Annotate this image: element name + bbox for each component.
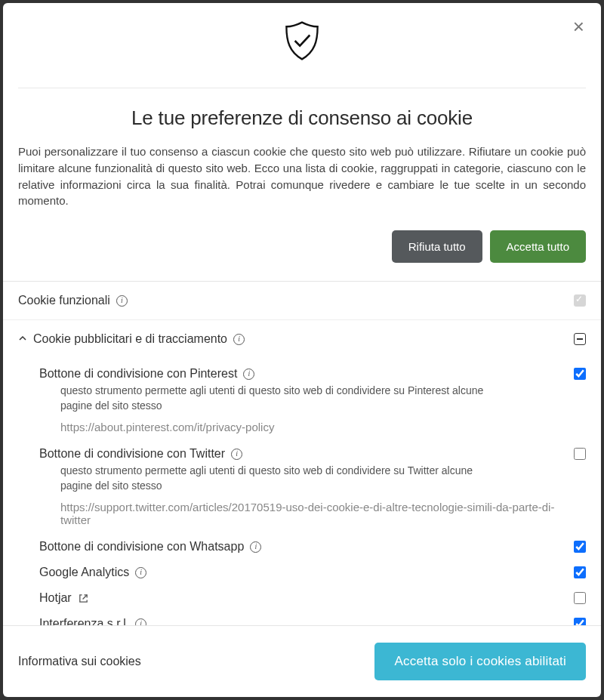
info-icon[interactable]: i — [243, 369, 254, 380]
cookie-item-pinterest: Bottone di condivisione con Pinterest i … — [3, 361, 601, 441]
cookie-item-hotjar: Hotjar — [3, 585, 601, 611]
cookie-consent-modal: × Le tue preferenze di consenso ai cooki… — [3, 3, 601, 697]
info-icon[interactable]: i — [135, 618, 146, 625]
cookie-checkbox[interactable] — [574, 448, 586, 460]
cookie-checkbox[interactable] — [574, 618, 586, 625]
cookie-description: questo strumento permette agli utenti di… — [39, 461, 586, 496]
modal-title: Le tue preferenze di consenso ai cookie — [18, 106, 586, 130]
info-icon[interactable]: i — [231, 449, 242, 460]
cookie-name: Bottone di condivisione con Whatsapp — [39, 540, 244, 554]
intro-text: Puoi personalizzare il tuo consenso a ci… — [3, 143, 601, 209]
cookie-checkbox[interactable] — [574, 592, 586, 604]
external-link-icon[interactable] — [78, 593, 89, 604]
cookie-name: Bottone di condivisione con Twitter — [39, 447, 225, 461]
modal-header: Le tue preferenze di consenso ai cookie — [3, 3, 601, 143]
top-button-row: Rifiuta tutto Accetta tutto — [3, 209, 601, 281]
cookie-name: Google Analytics — [39, 566, 129, 579]
cookie-privacy-link[interactable]: https://support.twitter.com/articles/201… — [39, 496, 586, 528]
advertising-tristate-checkbox[interactable] — [574, 333, 586, 345]
shield-icon — [279, 18, 325, 66]
accept-enabled-button[interactable]: Accetta solo i cookies abilitati — [374, 643, 586, 680]
accept-all-button[interactable]: Accetta tutto — [490, 230, 586, 263]
cookie-description: questo strumento permette agli utenti di… — [39, 381, 586, 416]
cookie-checkbox[interactable] — [574, 566, 586, 578]
privacy-policy-link[interactable]: Informativa sui cookies — [18, 655, 141, 668]
cookie-name: Bottone di condivisione con Pinterest — [39, 367, 237, 381]
cookie-checkbox[interactable] — [574, 541, 586, 553]
category-functional[interactable]: Cookie funzionali i — [3, 282, 601, 320]
cookie-item-google-analytics: Google Analytics i — [3, 560, 601, 585]
modal-footer: Informativa sui cookies Accetta solo i c… — [3, 625, 601, 697]
category-advertising[interactable]: Cookie pubblicitari e di tracciamento i — [3, 320, 601, 358]
cookie-item-interferenza: Interferenza s.r.l. i — [3, 611, 601, 625]
categories-container: Cookie funzionali i Cookie pubblicitari … — [3, 281, 601, 625]
close-button[interactable]: × — [573, 17, 584, 36]
cookie-name: Interferenza s.r.l. — [39, 617, 129, 625]
info-icon[interactable]: i — [116, 295, 128, 307]
cookie-item-twitter: Bottone di condivisione con Twitter i qu… — [3, 441, 601, 534]
info-icon[interactable]: i — [135, 567, 146, 578]
info-icon[interactable]: i — [250, 541, 261, 553]
reject-all-button[interactable]: Rifiuta tutto — [392, 230, 482, 263]
category-label: Cookie pubblicitari e di tracciamento — [33, 332, 227, 346]
chevron-up-icon — [18, 334, 27, 345]
cookie-list: Bottone di condivisione con Pinterest i … — [3, 358, 601, 625]
category-label: Cookie funzionali — [18, 294, 110, 307]
info-icon[interactable]: i — [233, 334, 245, 345]
header-divider — [18, 88, 586, 88]
cookie-checkbox[interactable] — [574, 368, 586, 380]
cookie-privacy-link[interactable]: https://about.pinterest.com/it/privacy-p… — [39, 416, 586, 435]
cookie-name: Hotjar — [39, 591, 72, 605]
functional-checkbox-locked — [574, 294, 586, 307]
cookie-item-whatsapp: Bottone di condivisione con Whatsapp i — [3, 534, 601, 560]
